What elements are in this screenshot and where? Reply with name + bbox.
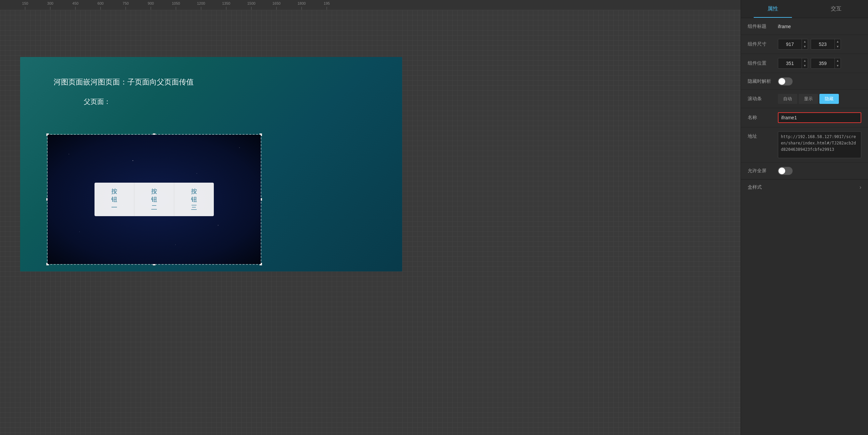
allow-fullscreen-toggle[interactable] [778,167,793,175]
pos-y-spinner[interactable]: ▲ ▼ [835,58,840,68]
prop-component-position-value: ▲ ▼ ▲ ▼ [778,58,861,69]
height-up[interactable]: ▲ [835,39,840,44]
prop-name-label: 名称 [748,115,778,121]
ruler-top: 150 300 450 600 750 900 1050 1200 1350 1… [0,0,741,10]
width-input-wrapper[interactable]: ▲ ▼ [778,39,808,50]
iframe-component[interactable]: 按钮一 按钮二 按钮三 [47,134,261,265]
width-spinner[interactable]: ▲ ▼ [802,39,808,49]
hide-parse-toggle[interactable] [778,77,793,86]
prop-component-size-label: 组件尺寸 [748,41,778,47]
prop-name: 名称 [741,108,868,127]
iframe-button-3[interactable]: 按钮三 [174,183,214,216]
prop-box-style[interactable]: 盒样式 › [741,179,868,195]
prop-allow-fullscreen-value [778,167,861,175]
svg-text:1050: 1050 [172,1,180,5]
prop-scrollbar: 滚动条 自动 显示 隐藏 [741,90,868,108]
tab-properties[interactable]: 属性 [741,0,805,18]
height-input-wrapper[interactable]: ▲ ▼ [811,39,841,50]
svg-text:450: 450 [72,1,79,5]
component-title-text: iframe [778,24,791,29]
pos-y-up[interactable]: ▲ [835,58,840,63]
prop-address-label: 地址 [748,131,778,139]
prop-hide-parse-label: 隐藏时解析 [748,79,778,85]
panel-tabs: 属性 交互 [741,0,868,18]
right-panel: 属性 交互 组件标题 iframe 组件尺寸 ▲ ▼ [741,0,868,435]
pos-y-down[interactable]: ▼ [835,63,840,68]
scrollbar-hide[interactable]: 隐藏 [819,94,839,104]
prop-allow-fullscreen: 允许全屏 [741,162,868,179]
chevron-right-icon: › [860,184,861,190]
prop-component-title: 组件标题 iframe [741,18,868,35]
prop-hide-parse-value [778,77,861,86]
iframe-button-2[interactable]: 按钮二 [134,183,174,216]
svg-text:1500: 1500 [247,1,255,5]
prop-address: 地址 [741,127,868,162]
svg-text:1800: 1800 [298,1,306,5]
prop-component-title-value: iframe [778,24,861,29]
prop-name-value [778,112,861,123]
prop-component-size: 组件尺寸 ▲ ▼ ▲ ▼ [741,35,868,54]
pos-x-spinner[interactable]: ▲ ▼ [802,58,808,68]
scrollbar-radio-group: 自动 显示 隐藏 [778,94,839,104]
prop-component-position: 组件位置 ▲ ▼ ▲ ▼ [741,54,868,73]
height-input[interactable] [811,41,835,47]
design-canvas: 河图页面嵌河图页面：子页面向父页面传值 父页面： 按钮一 按钮二 按钮三 [20,57,402,272]
pos-x-input[interactable] [778,61,802,66]
box-style-label: 盒样式 [748,184,762,190]
pos-x-input-wrapper[interactable]: ▲ ▼ [778,58,808,69]
prop-allow-fullscreen-label: 允许全屏 [748,168,778,174]
width-up[interactable]: ▲ [802,39,808,44]
svg-text:750: 750 [123,1,129,5]
address-textarea[interactable] [778,131,861,158]
pos-y-input-wrapper[interactable]: ▲ ▼ [811,58,841,69]
canvas-page-title: 河图页面嵌河图页面：子页面向父页面传值 [54,77,194,87]
canvas-page-subtitle: 父页面： [84,97,111,106]
prop-component-position-label: 组件位置 [748,60,778,66]
prop-hide-parse: 隐藏时解析 [741,73,868,90]
height-down[interactable]: ▼ [835,44,840,49]
scrollbar-show[interactable]: 显示 [799,94,818,104]
svg-text:195: 195 [324,1,330,5]
pos-x-up[interactable]: ▲ [802,58,808,63]
width-input[interactable] [778,41,802,47]
svg-text:1200: 1200 [197,1,205,5]
iframe-button-1[interactable]: 按钮一 [94,183,134,216]
height-spinner[interactable]: ▲ ▼ [835,39,840,49]
iframe-button-group: 按钮一 按钮二 按钮三 [94,183,214,216]
pos-x-down[interactable]: ▼ [802,63,808,68]
pos-y-input[interactable] [811,61,835,66]
prop-component-size-value: ▲ ▼ ▲ ▼ [778,39,861,50]
canvas-content: 河图页面嵌河图页面：子页面向父页面传值 父页面： 按钮一 按钮二 按钮三 [0,10,741,435]
iframe-inner-content: 按钮一 按钮二 按钮三 [48,135,261,264]
svg-text:1650: 1650 [273,1,280,5]
prop-address-value [778,131,861,158]
svg-text:1350: 1350 [222,1,230,5]
prop-scrollbar-label: 滚动条 [748,96,778,102]
panel-body: 组件标题 iframe 组件尺寸 ▲ ▼ ▲ [741,18,868,435]
name-input[interactable] [778,112,861,123]
scrollbar-auto[interactable]: 自动 [778,94,797,104]
svg-text:600: 600 [97,1,103,5]
svg-text:150: 150 [22,1,28,5]
prop-scrollbar-value: 自动 显示 隐藏 [778,94,861,104]
svg-text:900: 900 [148,1,154,5]
prop-component-title-label: 组件标题 [748,24,778,30]
svg-text:300: 300 [47,1,53,5]
tab-interaction[interactable]: 交互 [805,0,868,18]
canvas-area: 150 300 450 600 750 900 1050 1200 1350 1… [0,0,741,435]
width-down[interactable]: ▼ [802,44,808,49]
